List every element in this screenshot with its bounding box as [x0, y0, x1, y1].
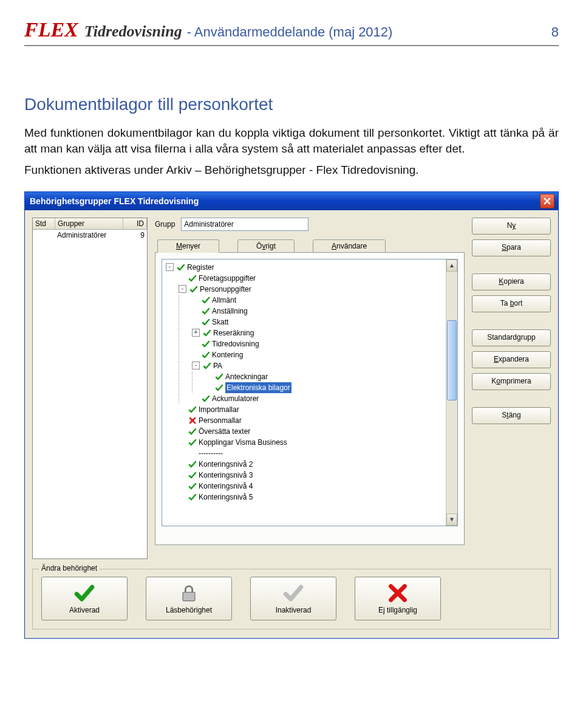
page-number: 8 — [551, 24, 559, 40]
tree-label: Allmänt — [212, 295, 236, 306]
tree-label: Kopplingar Visma Business — [199, 437, 287, 448]
tree-label: Ackumulatorer — [212, 393, 259, 404]
col-id[interactable]: ID — [123, 218, 147, 229]
tree-node[interactable]: Konteringsnivå 2 — [166, 459, 457, 470]
tree-node[interactable]: Tidredovisning — [166, 338, 457, 349]
logo: FLEX — [24, 18, 78, 41]
scroll-down-button[interactable]: ▼ — [446, 513, 457, 526]
header-subtitle: - Användarmeddelande (maj 2012) — [187, 24, 393, 40]
tree-label: ---------- — [199, 448, 223, 459]
check-green-icon — [177, 263, 185, 272]
tree-label: Översätta texter — [199, 426, 250, 437]
dialog-window: Behörighetsgrupper FLEX Tidredovisning S… — [24, 191, 559, 639]
check-green-icon — [188, 460, 197, 469]
tree-node[interactable]: Konteringsnivå 3 — [166, 470, 457, 481]
close-button[interactable] — [540, 194, 554, 208]
tree-node[interactable]: Företagsuppgifter — [166, 273, 457, 284]
col-grupper[interactable]: Grupper — [55, 218, 123, 229]
tree-label: Företagsuppgifter — [199, 273, 256, 284]
scroll-up-button[interactable]: ▲ — [446, 259, 457, 272]
tree-node[interactable]: Allmänt — [166, 295, 457, 306]
check-green-icon — [188, 493, 197, 501]
check-green-icon — [188, 274, 197, 283]
komprimera-button[interactable]: Komprimera — [472, 373, 551, 390]
tree-label: Kontering — [212, 349, 243, 360]
scroll-thumb[interactable] — [447, 320, 457, 400]
tree-node[interactable]: -PA — [166, 360, 457, 371]
tree-label: Elektroniska bilagor — [225, 382, 292, 393]
tree-node[interactable]: -Register — [166, 262, 457, 273]
check-green-icon — [188, 471, 197, 479]
check-green-icon — [189, 285, 198, 294]
ny-button[interactable]: Ny — [472, 218, 551, 235]
tree-label: PA — [213, 360, 222, 371]
check-grey-icon — [283, 583, 304, 603]
tree-node[interactable]: Anställning — [166, 306, 457, 317]
groups-grid[interactable]: Std Grupper ID Administratörer 9 — [32, 218, 148, 559]
tabort-button[interactable]: Ta bort — [472, 295, 551, 312]
check-green-icon — [203, 329, 211, 337]
header-title: Tidredovisning — [84, 22, 182, 41]
tree-node[interactable]: Konteringsnivå 4 — [166, 481, 457, 492]
tree-node[interactable]: Importmallar — [166, 404, 457, 415]
tab-ovrigt[interactable]: Övrigt — [237, 239, 295, 253]
body-paragraph: Funktionen aktiveras under Arkiv – Behör… — [24, 162, 559, 178]
tree-label: Importmallar — [199, 404, 239, 415]
check-green-icon — [203, 362, 211, 370]
cross-red-icon — [188, 416, 197, 425]
lock-icon — [179, 583, 199, 603]
titlebar[interactable]: Behörighetsgrupper FLEX Tidredovisning — [25, 192, 558, 210]
check-green-icon — [202, 307, 210, 315]
lasbehorighet-button[interactable]: Läsbehörighet — [146, 577, 232, 620]
kopiera-button[interactable]: Kopiera — [472, 273, 551, 290]
andra-behorighet-group: Ändra behörighet Aktiverad Läsbehörighet — [32, 569, 551, 630]
tree-label: Anställning — [212, 306, 248, 317]
check-green-icon — [188, 427, 197, 436]
expandera-button[interactable]: Expandera — [472, 351, 551, 368]
grupp-field[interactable]: Administratörer — [181, 218, 309, 231]
tree-node[interactable]: Konteringsnivå 5 — [166, 492, 457, 503]
tree-label: Skatt — [212, 317, 228, 328]
section-heading: Dokumentbilagor till personkortet — [24, 95, 559, 114]
check-green-icon — [215, 373, 223, 381]
tree-node[interactable]: Skatt — [166, 317, 457, 328]
group-legend: Ändra behörighet — [39, 564, 100, 572]
scroll-track[interactable] — [446, 272, 457, 513]
standardgrupp-button[interactable]: Standardgrupp — [472, 329, 551, 346]
svg-rect-0 — [183, 592, 195, 601]
col-std[interactable]: Std — [33, 218, 55, 229]
check-green-icon — [188, 438, 197, 447]
tabs: Menyer Övrigt Användare — [155, 239, 465, 253]
permissions-tree[interactable]: -RegisterFöretagsuppgifter-Personuppgift… — [162, 259, 457, 505]
ejtillganglig-button[interactable]: Ej tillgänglig — [355, 577, 441, 620]
tab-menyer[interactable]: Menyer — [157, 239, 219, 253]
tree-label: Konteringsnivå 4 — [199, 481, 253, 492]
tree-node[interactable]: Kontering — [166, 349, 457, 360]
tree-node[interactable]: Elektroniska bilagor — [166, 382, 457, 393]
page-header: FLEX Tidredovisning - Användarmeddelande… — [24, 18, 559, 46]
tree-node[interactable]: Anteckningar — [166, 371, 457, 382]
check-green-icon — [188, 405, 197, 414]
tree-node[interactable]: +Reseräkning — [166, 328, 457, 338]
inaktiverad-button[interactable]: Inaktiverad — [250, 577, 336, 620]
check-green-icon — [202, 394, 210, 403]
tree-node[interactable]: Översätta texter — [166, 426, 457, 437]
tree-node[interactable]: -Personuppgifter — [166, 284, 457, 295]
tree-label: Anteckningar — [225, 371, 268, 382]
expander-icon[interactable]: - — [166, 263, 174, 271]
tree-node[interactable]: ---------- — [166, 448, 457, 459]
expander-icon[interactable]: - — [192, 362, 200, 369]
expander-icon[interactable]: + — [192, 329, 200, 337]
spara-button[interactable]: Spara — [472, 239, 551, 256]
scrollbar[interactable]: ▲ ▼ — [446, 259, 457, 526]
tab-anvandare[interactable]: Användare — [313, 239, 386, 253]
grupp-label: Grupp — [155, 220, 175, 228]
tree-node[interactable]: Kopplingar Visma Business — [166, 437, 457, 448]
stang-button[interactable]: Stäng — [472, 407, 551, 424]
aktiverad-button[interactable]: Aktiverad — [41, 577, 128, 620]
table-row[interactable]: Administratörer 9 — [33, 230, 147, 241]
expander-icon[interactable]: - — [179, 285, 186, 293]
close-icon — [544, 197, 551, 205]
tree-node[interactable]: Ackumulatorer — [166, 393, 457, 404]
tree-node[interactable]: Personmallar — [166, 415, 457, 426]
